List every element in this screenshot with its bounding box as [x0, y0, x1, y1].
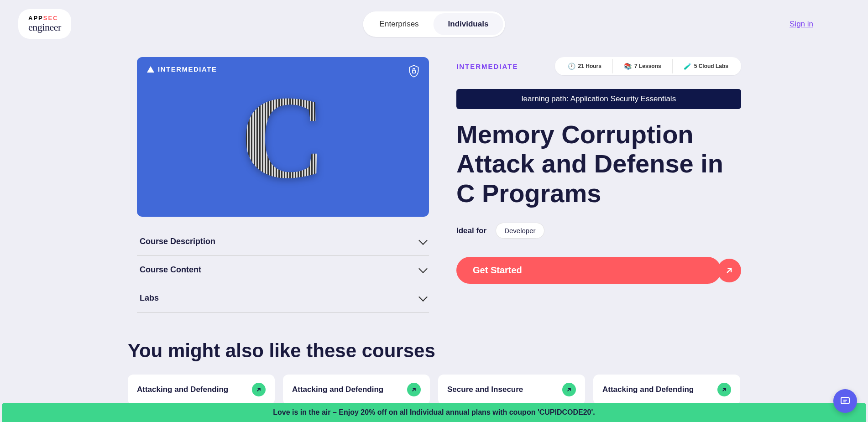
stat-lessons: 📚 7 Lessons: [613, 59, 673, 73]
related-cards: Attacking and Defending Attacking and De…: [128, 375, 740, 405]
chat-bubble-button[interactable]: [833, 389, 857, 413]
card-arrow-icon: [562, 383, 576, 396]
hero-card: INTERMEDIATE C: [137, 57, 429, 217]
stat-labs-text: 5 Cloud Labs: [694, 63, 728, 69]
related-card[interactable]: Attacking and Defending: [593, 375, 740, 405]
accordion-labs[interactable]: Labs: [137, 284, 429, 313]
related-card[interactable]: Secure and Insecure: [438, 375, 585, 405]
chevron-down-icon: [418, 236, 428, 245]
shield-lock-icon: [408, 64, 420, 80]
accordion-course-content[interactable]: Course Content: [137, 256, 429, 284]
cta-arrow-button[interactable]: [717, 259, 741, 282]
related-card-title: Attacking and Defending: [602, 385, 694, 394]
related-card[interactable]: Attacking and Defending: [283, 375, 430, 405]
stat-hours: 🕐 21 Hours: [557, 59, 613, 73]
related-card-title: Attacking and Defending: [137, 385, 228, 394]
get-started-button[interactable]: Get Started: [456, 257, 721, 284]
stat-lessons-text: 7 Lessons: [634, 63, 661, 69]
level-label: INTERMEDIATE: [456, 63, 518, 70]
stat-labs: 🧪 5 Cloud Labs: [673, 59, 739, 73]
chat-icon: [840, 396, 851, 406]
accordion-label: Course Description: [140, 237, 215, 246]
hero-badge: INTERMEDIATE: [147, 65, 217, 73]
meta-row: INTERMEDIATE 🕐 21 Hours 📚 7 Lessons 🧪 5 …: [456, 57, 741, 75]
logo-sec: SEC: [43, 15, 58, 21]
chevron-down-icon: [418, 292, 428, 302]
nav-individuals[interactable]: Individuals: [434, 13, 503, 35]
book-icon: 📚: [624, 63, 632, 70]
card-arrow-icon: [252, 383, 266, 396]
clock-icon: 🕐: [568, 63, 575, 70]
stat-hours-text: 21 Hours: [578, 63, 601, 69]
triangle-icon: [147, 66, 154, 73]
related-heading: You might also like these courses: [128, 340, 740, 362]
logo-app: APP: [28, 15, 43, 21]
nav-enterprises[interactable]: Enterprises: [365, 13, 434, 35]
signin-link[interactable]: Sign in: [790, 20, 813, 29]
related-section: You might also like these courses Attack…: [0, 313, 868, 405]
right-column: INTERMEDIATE 🕐 21 Hours 📚 7 Lessons 🧪 5 …: [456, 57, 741, 313]
role-chip-developer[interactable]: Developer: [496, 223, 544, 239]
accordion-label: Course Content: [140, 265, 201, 275]
header: APPSEC engineer Enterprises Individuals …: [0, 0, 868, 48]
lab-icon: 🧪: [684, 63, 691, 70]
cta-row: Get Started: [456, 257, 741, 284]
nav-pills: Enterprises Individuals: [363, 11, 505, 37]
logo[interactable]: APPSEC engineer: [18, 9, 71, 39]
hero-badge-text: INTERMEDIATE: [158, 65, 217, 73]
arrow-up-right-icon: [725, 266, 734, 275]
ideal-for-row: Ideal for Developer: [456, 223, 741, 239]
logo-engineer: engineer: [28, 21, 61, 33]
stats-pill: 🕐 21 Hours 📚 7 Lessons 🧪 5 Cloud Labs: [555, 57, 741, 75]
course-title: Memory Corruption Attack and Defense in …: [456, 120, 741, 208]
card-arrow-icon: [717, 383, 731, 396]
hero-c-graphic: C: [240, 69, 326, 205]
left-column: INTERMEDIATE C Course Description Course…: [137, 57, 429, 313]
related-card-title: Secure and Insecure: [447, 385, 523, 394]
related-card-title: Attacking and Defending: [292, 385, 383, 394]
chevron-down-icon: [418, 264, 428, 273]
learning-path-banner[interactable]: learning path: Application Security Esse…: [456, 89, 741, 109]
card-arrow-icon: [407, 383, 421, 396]
main-content: INTERMEDIATE C Course Description Course…: [0, 48, 868, 313]
accordion-label: Labs: [140, 293, 159, 303]
svg-rect-0: [413, 70, 415, 73]
accordion: Course Description Course Content Labs: [137, 228, 429, 313]
ideal-for-label: Ideal for: [456, 226, 486, 235]
promo-banner[interactable]: Love is in the air – Enjoy 20% off on al…: [2, 403, 866, 422]
accordion-course-description[interactable]: Course Description: [137, 228, 429, 256]
related-card[interactable]: Attacking and Defending: [128, 375, 275, 405]
